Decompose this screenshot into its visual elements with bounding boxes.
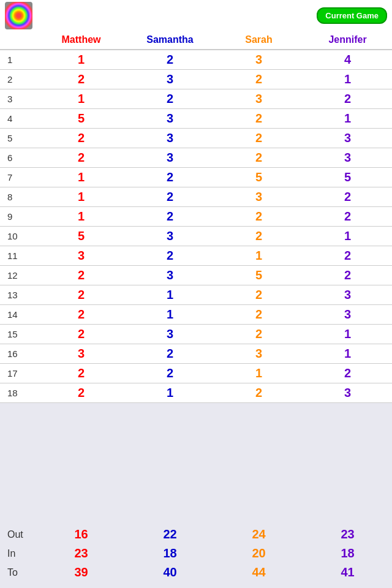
score-cell: 2 xyxy=(303,92,392,106)
row-number: 17 xyxy=(0,368,37,379)
score-cell: 3 xyxy=(303,386,392,400)
total-label: To xyxy=(0,567,37,578)
app-layout: Current Game Matthew Samantha Sarah Jenn… xyxy=(0,0,392,588)
score-cell: 1 xyxy=(126,288,214,302)
out-jennifer: 23 xyxy=(303,527,392,541)
score-cell: 2 xyxy=(214,307,303,322)
player-name-jennifer: Jennifer xyxy=(303,34,392,45)
score-cell: 2 xyxy=(126,170,214,184)
score-cell: 3 xyxy=(37,249,126,263)
table-row: 11234 xyxy=(0,50,392,70)
score-cell: 2 xyxy=(37,366,126,380)
score-cell: 5 xyxy=(37,111,126,126)
score-cell: 2 xyxy=(126,249,214,263)
current-game-button[interactable]: Current Game xyxy=(317,7,387,24)
score-cell: 1 xyxy=(126,307,214,322)
score-cell: 3 xyxy=(126,268,214,282)
score-cell: 5 xyxy=(303,170,392,184)
table-row: 81232 xyxy=(0,187,392,207)
score-cell: 1 xyxy=(37,190,126,204)
row-number: 4 xyxy=(0,113,37,124)
score-cell: 2 xyxy=(37,268,126,282)
row-number: 18 xyxy=(0,388,37,398)
table-row: 122352 xyxy=(0,266,392,285)
total-jennifer: 41 xyxy=(303,565,392,579)
logo-image xyxy=(5,2,32,29)
row-number: 7 xyxy=(0,172,37,183)
score-cell: 3 xyxy=(214,53,303,67)
row-number: 6 xyxy=(0,153,37,163)
score-cell: 2 xyxy=(37,151,126,165)
score-cell: 3 xyxy=(126,151,214,165)
score-cell: 3 xyxy=(303,131,392,145)
score-cell: 2 xyxy=(37,327,126,341)
table-row: 152321 xyxy=(0,325,392,344)
row-number: 10 xyxy=(0,231,37,241)
score-cell: 1 xyxy=(37,92,126,106)
out-samantha: 22 xyxy=(126,527,214,541)
score-cell: 3 xyxy=(126,327,214,341)
score-cell: 3 xyxy=(37,347,126,361)
score-table: 1123422321312324532152323623237125581232… xyxy=(0,50,392,403)
table-row: 182123 xyxy=(0,383,392,403)
score-cell: 2 xyxy=(214,72,303,86)
total-samantha: 40 xyxy=(126,565,214,579)
totals-in-row: In 23 18 20 18 xyxy=(0,544,392,563)
table-row: 62323 xyxy=(0,148,392,168)
in-jennifer: 18 xyxy=(303,546,392,560)
out-label: Out xyxy=(0,529,37,540)
row-number: 2 xyxy=(0,74,37,85)
score-cell: 1 xyxy=(303,72,392,86)
player-name-matthew: Matthew xyxy=(37,34,126,45)
score-cell: 2 xyxy=(214,229,303,243)
score-cell: 1 xyxy=(303,111,392,126)
in-samantha: 18 xyxy=(126,546,214,560)
table-row: 163231 xyxy=(0,344,392,364)
total-matthew: 39 xyxy=(37,565,126,579)
table-row: 172212 xyxy=(0,364,392,383)
totals-section: Out 16 22 24 23 In 23 18 20 18 To 39 40 … xyxy=(0,403,392,588)
row-number: 12 xyxy=(0,270,37,281)
table-row: 45321 xyxy=(0,109,392,129)
score-cell: 1 xyxy=(303,327,392,341)
score-cell: 1 xyxy=(303,347,392,361)
score-cell: 3 xyxy=(303,151,392,165)
score-cell: 3 xyxy=(126,131,214,145)
score-cell: 3 xyxy=(214,190,303,204)
table-row: 71255 xyxy=(0,168,392,187)
in-matthew: 23 xyxy=(37,546,126,560)
score-cell: 1 xyxy=(214,249,303,263)
score-cell: 2 xyxy=(126,366,214,380)
score-cell: 2 xyxy=(126,53,214,67)
row-number: 16 xyxy=(0,349,37,359)
table-row: 52323 xyxy=(0,129,392,148)
score-cell: 2 xyxy=(303,190,392,204)
score-cell: 2 xyxy=(126,209,214,224)
score-cell: 1 xyxy=(37,209,126,224)
score-cell: 2 xyxy=(37,386,126,400)
row-number: 8 xyxy=(0,192,37,202)
score-cell: 5 xyxy=(214,170,303,184)
score-cell: 3 xyxy=(126,111,214,126)
score-cell: 1 xyxy=(214,366,303,380)
score-cell: 2 xyxy=(37,72,126,86)
row-number: 13 xyxy=(0,290,37,300)
score-cell: 3 xyxy=(214,347,303,361)
score-cell: 2 xyxy=(37,288,126,302)
score-cell: 2 xyxy=(214,111,303,126)
row-number: 5 xyxy=(0,133,37,143)
score-cell: 2 xyxy=(303,209,392,224)
out-sarah: 24 xyxy=(214,527,303,541)
totals-total-row: To 39 40 44 41 xyxy=(0,563,392,582)
score-cell: 2 xyxy=(214,327,303,341)
score-cell: 3 xyxy=(126,72,214,86)
table-row: 142123 xyxy=(0,305,392,325)
row-number: 3 xyxy=(0,94,37,104)
score-cell: 2 xyxy=(214,288,303,302)
score-cell: 2 xyxy=(303,366,392,380)
score-cell: 2 xyxy=(303,268,392,282)
score-cell: 2 xyxy=(37,131,126,145)
table-row: 113212 xyxy=(0,246,392,266)
table-row: 91222 xyxy=(0,207,392,227)
table-row: 105321 xyxy=(0,227,392,246)
